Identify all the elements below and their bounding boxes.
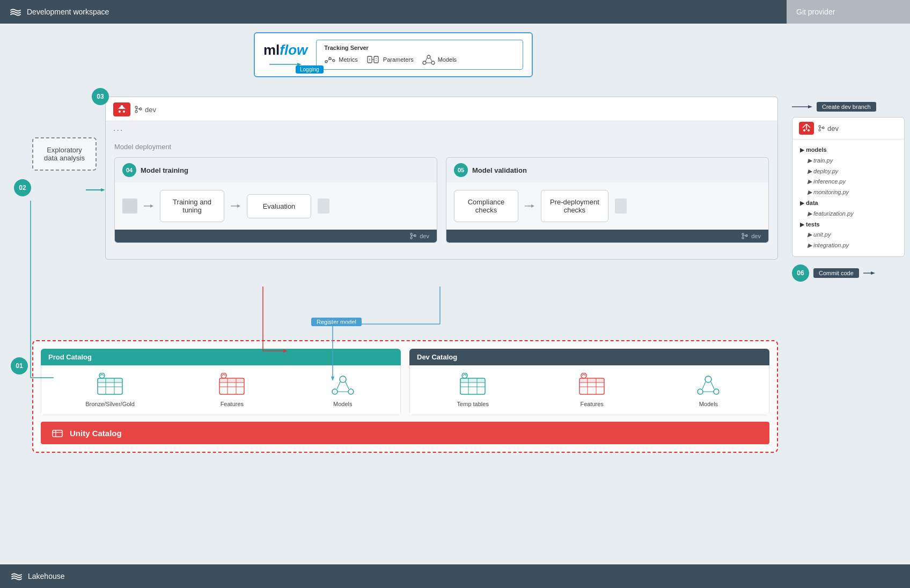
svg-rect-41 bbox=[98, 378, 122, 383]
validation-card-2: Pre-deployment checks bbox=[541, 190, 608, 222]
svg-point-31 bbox=[410, 237, 412, 239]
branch-icon-right bbox=[818, 125, 825, 131]
workspace-branch-label: dev bbox=[135, 106, 156, 114]
svg-point-99 bbox=[819, 129, 820, 131]
gray-sq-1 bbox=[122, 199, 137, 214]
svg-point-56 bbox=[348, 389, 354, 394]
svg-point-76 bbox=[714, 389, 719, 394]
validation-box: 05 Model validation Compliance checks bbox=[446, 157, 769, 243]
training-card-1: Training and tuning bbox=[160, 190, 224, 222]
prod-features-label: Features bbox=[221, 401, 244, 407]
svg-point-36 bbox=[742, 233, 744, 235]
arrow-tests: ▶ bbox=[800, 221, 806, 227]
branch-icon bbox=[135, 106, 142, 113]
training-card-2: Evaluation bbox=[247, 194, 311, 218]
arrow-data: ▶ bbox=[800, 200, 806, 206]
svg-point-3 bbox=[329, 57, 331, 60]
mlflow-logo: mlflow bbox=[263, 42, 307, 58]
models-folder: models bbox=[806, 146, 827, 153]
step-05-circle: 05 bbox=[454, 163, 468, 177]
right-area: Create dev branch bbox=[787, 24, 910, 564]
svg-point-13 bbox=[427, 55, 430, 58]
tracking-server-box: Tracking Server Metrics bbox=[316, 40, 523, 70]
arrow-1 bbox=[144, 202, 153, 210]
svg-marker-35 bbox=[531, 204, 534, 208]
training-box-header: 04 Model training bbox=[115, 158, 437, 182]
step-06-bubble: 06 bbox=[792, 264, 809, 282]
mlflow-box: mlflow Logging Tracking Server bbox=[254, 32, 533, 77]
dev-models: Models bbox=[695, 373, 722, 407]
git-tree-item-inference: ▶ inference.py bbox=[800, 177, 897, 187]
parameters-item: Parameters bbox=[366, 54, 414, 65]
models-label: Models bbox=[438, 56, 457, 63]
lakehouse-label: Lakehouse bbox=[28, 572, 65, 580]
svg-point-19 bbox=[119, 111, 121, 113]
create-dev-branch-row: Create dev branch bbox=[792, 102, 905, 112]
svg-line-77 bbox=[702, 382, 706, 389]
svg-rect-68 bbox=[579, 378, 604, 383]
arrow-integration: ▶ bbox=[808, 242, 813, 248]
eda-box: Exploratory data analysis bbox=[32, 137, 97, 171]
dev-features: Features bbox=[578, 373, 605, 407]
arrow-featurization: ▶ bbox=[808, 210, 813, 217]
data-folder: data bbox=[806, 200, 818, 206]
git-provider-header: Git provider bbox=[787, 0, 910, 24]
lakehouse-icon bbox=[11, 570, 23, 582]
prod-catalog-header: Prod Catalog bbox=[41, 349, 401, 365]
svg-line-16 bbox=[425, 58, 427, 62]
workspace-dots: ... bbox=[106, 121, 777, 135]
prod-features: Features bbox=[218, 373, 245, 407]
branch-icon-footer-1 bbox=[410, 233, 416, 239]
arrow-to-create-branch bbox=[792, 104, 813, 110]
prod-models-label: Models bbox=[333, 401, 352, 407]
training-footer-branch: dev bbox=[420, 233, 429, 239]
arrow-monitoring: ▶ bbox=[808, 189, 813, 195]
model-deploy-title: Model deployment bbox=[114, 143, 769, 151]
unity-catalog-bar: Unity Catalog bbox=[41, 422, 769, 444]
validation-box-content: Compliance checks Pre-deployment checks bbox=[446, 182, 768, 230]
gray-sq-2 bbox=[318, 199, 329, 214]
training-validation-row: 04 Model training Training and tuning bbox=[114, 157, 769, 243]
prod-catalog-box: Prod Catalog bbox=[41, 349, 401, 415]
dev-catalog-items: Temp tables bbox=[409, 365, 769, 415]
step-01-bubble: 01 bbox=[11, 357, 28, 374]
svg-point-75 bbox=[698, 389, 703, 394]
svg-point-22 bbox=[135, 106, 137, 108]
arrow-deploy: ▶ bbox=[808, 168, 813, 174]
git-badge-right bbox=[799, 122, 814, 135]
model-deploy-area: Model deployment 04 Model training bbox=[106, 135, 777, 251]
dev-features-icon bbox=[578, 373, 605, 398]
dev-features-label: Features bbox=[580, 401, 603, 407]
register-model-label: Register model bbox=[311, 318, 362, 326]
svg-marker-103 bbox=[871, 271, 875, 275]
metrics-label: Metrics bbox=[339, 56, 357, 63]
monitoring-py: monitoring.py bbox=[813, 189, 849, 195]
deploy-py: deploy.py bbox=[813, 168, 838, 174]
svg-point-4 bbox=[333, 60, 335, 62]
dev-catalog-box: Dev Catalog bbox=[409, 349, 769, 415]
svg-rect-8 bbox=[374, 56, 378, 63]
svg-point-37 bbox=[742, 237, 744, 239]
svg-point-98 bbox=[819, 126, 820, 127]
svg-rect-48 bbox=[219, 378, 244, 383]
svg-line-78 bbox=[711, 382, 714, 389]
metrics-icon bbox=[324, 54, 336, 65]
svg-point-96 bbox=[803, 129, 805, 131]
ml-text: ml bbox=[263, 42, 280, 58]
prod-bronze-silver-gold-label: Bronze/Silver/Gold bbox=[85, 401, 135, 407]
dev-catalog-header: Dev Catalog bbox=[409, 349, 769, 365]
arrow-2 bbox=[231, 202, 240, 210]
git-tree-item-models-folder: ▶ models bbox=[800, 145, 897, 156]
git-tree-item-data-folder: ▶ data bbox=[800, 198, 897, 209]
git-tree-item-integration: ▶ integration.py bbox=[800, 240, 897, 251]
git-provider-label: Git provider bbox=[796, 8, 835, 16]
prod-bronze-silver-gold: Bronze/Silver/Gold bbox=[85, 373, 135, 407]
svg-point-97 bbox=[808, 129, 810, 131]
tracking-items: Metrics bbox=[324, 54, 457, 65]
git-right-branch-label: dev bbox=[818, 124, 839, 133]
create-dev-branch-label: Create dev branch bbox=[817, 102, 876, 112]
models-item: Models bbox=[422, 54, 457, 65]
step-02-bubble: 02 bbox=[14, 179, 31, 196]
svg-line-5 bbox=[327, 60, 329, 62]
step-03-bubble: 03 bbox=[92, 88, 109, 105]
